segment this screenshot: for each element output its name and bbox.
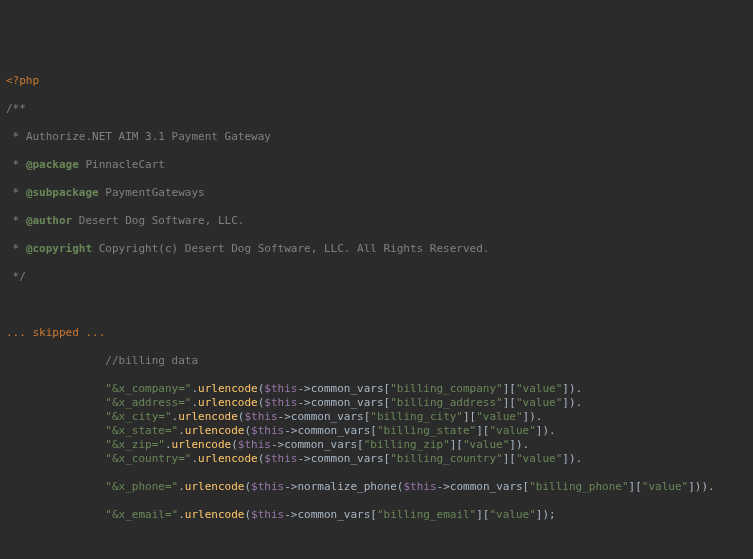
bracket: ][ xyxy=(476,424,489,437)
doc-tag-copyright: @copyright xyxy=(26,242,92,255)
code-line: * @subpackage PaymentGateways xyxy=(6,186,747,200)
fn-call: urlencode xyxy=(172,438,232,451)
indent xyxy=(6,424,105,437)
arrow: ->normalize_phone( xyxy=(284,480,403,493)
doc-close: */ xyxy=(6,270,26,283)
tail: ]); xyxy=(536,508,556,521)
string: "billing_city" xyxy=(370,410,463,423)
operator: . xyxy=(178,480,185,493)
string: "value" xyxy=(516,396,562,409)
doc-value: PaymentGateways xyxy=(99,186,205,199)
arrow: ->common_vars[ xyxy=(297,382,390,395)
bracket: ][ xyxy=(503,452,516,465)
doc-value: Copyright(c) Desert Dog Software, LLC. A… xyxy=(92,242,489,255)
code-line: <?php xyxy=(6,74,747,88)
string: "billing_email" xyxy=(377,508,476,521)
bracket: ][ xyxy=(463,410,476,423)
fn-call: urlencode xyxy=(198,452,258,465)
code-line: */ xyxy=(6,270,747,284)
tail: ]). xyxy=(523,410,543,423)
doc-tag-author: @author xyxy=(26,214,72,227)
doc-star: * xyxy=(6,214,26,227)
billing-comment: //billing data xyxy=(105,354,198,367)
string: "&x_country=" xyxy=(105,452,191,465)
string: "value" xyxy=(490,424,536,437)
code-line: ... skipped ... xyxy=(6,326,747,340)
arrow: ->common_vars[ xyxy=(297,452,390,465)
fn-call: urlencode xyxy=(198,396,258,409)
bracket: ][ xyxy=(450,438,463,451)
string: "&x_zip=" xyxy=(105,438,165,451)
string: "billing_phone" xyxy=(529,480,628,493)
doc-value: Desert Dog Software, LLC. xyxy=(72,214,244,227)
tail: ]). xyxy=(562,396,582,409)
skipped-marker: ... skipped ... xyxy=(6,326,105,339)
tail: ]). xyxy=(536,424,556,437)
code-line: "&x_country=".urlencode($this->common_va… xyxy=(6,452,747,466)
paren: ( xyxy=(231,438,238,451)
code-line: /** xyxy=(6,102,747,116)
arrow: ->common_vars[ xyxy=(437,480,530,493)
arrow: ->common_vars[ xyxy=(297,396,390,409)
var: $this xyxy=(251,508,284,521)
fn-call: urlencode xyxy=(185,424,245,437)
var: $this xyxy=(251,480,284,493)
string: "&x_state=" xyxy=(105,424,178,437)
fn-call: urlencode xyxy=(185,480,245,493)
var: $this xyxy=(244,410,277,423)
operator: . xyxy=(165,438,172,451)
code-editor[interactable]: <?php /** * Authorize.NET AIM 3.1 Paymen… xyxy=(0,56,753,559)
doc-star: * xyxy=(6,130,26,143)
fn-call: urlencode xyxy=(178,410,238,423)
bracket: ][ xyxy=(629,480,642,493)
php-open-tag: <?php xyxy=(6,74,39,87)
string: "billing_zip" xyxy=(364,438,450,451)
indent xyxy=(6,438,105,451)
var: $this xyxy=(264,452,297,465)
string: "value" xyxy=(463,438,509,451)
doc-value: PinnacleCart xyxy=(79,158,165,171)
tail: ])). xyxy=(688,480,715,493)
arrow: ->common_vars[ xyxy=(278,410,371,423)
operator: . xyxy=(178,424,185,437)
operator: . xyxy=(178,508,185,521)
indent xyxy=(6,480,105,493)
doc-tag-package: @package xyxy=(26,158,79,171)
var: $this xyxy=(264,382,297,395)
string: "&x_email=" xyxy=(105,508,178,521)
var: $this xyxy=(238,438,271,451)
doc-star: * xyxy=(6,158,26,171)
string: "value" xyxy=(476,410,522,423)
indent xyxy=(6,396,105,409)
indent xyxy=(6,508,105,521)
tail: ]). xyxy=(562,382,582,395)
doc-star: * xyxy=(6,242,26,255)
var: $this xyxy=(251,424,284,437)
arrow: ->common_vars[ xyxy=(284,508,377,521)
code-line: "&x_phone=".urlencode($this->normalize_p… xyxy=(6,480,747,494)
indent xyxy=(6,354,105,367)
var: $this xyxy=(403,480,436,493)
bracket: ][ xyxy=(503,396,516,409)
code-line: * Authorize.NET AIM 3.1 Payment Gateway xyxy=(6,130,747,144)
doc-open: /** xyxy=(6,102,26,115)
doc-tag-subpackage: @subpackage xyxy=(26,186,99,199)
string: "billing_country" xyxy=(390,452,503,465)
string: "billing_state" xyxy=(377,424,476,437)
var: $this xyxy=(264,396,297,409)
code-line xyxy=(6,298,747,312)
code-line: * @package PinnacleCart xyxy=(6,158,747,172)
code-line: "&x_address=".urlencode($this->common_va… xyxy=(6,396,747,410)
tail: ]). xyxy=(562,452,582,465)
string: "billing_company" xyxy=(390,382,503,395)
indent xyxy=(6,410,105,423)
bracket: ][ xyxy=(503,382,516,395)
code-line: "&x_city=".urlencode($this->common_vars[… xyxy=(6,410,747,424)
string: "value" xyxy=(490,508,536,521)
code-line xyxy=(6,536,747,550)
code-line: * @copyright Copyright(c) Desert Dog Sof… xyxy=(6,242,747,256)
string: "&x_phone=" xyxy=(105,480,178,493)
string: "&x_company=" xyxy=(105,382,191,395)
string: "&x_address=" xyxy=(105,396,191,409)
string: "value" xyxy=(516,382,562,395)
